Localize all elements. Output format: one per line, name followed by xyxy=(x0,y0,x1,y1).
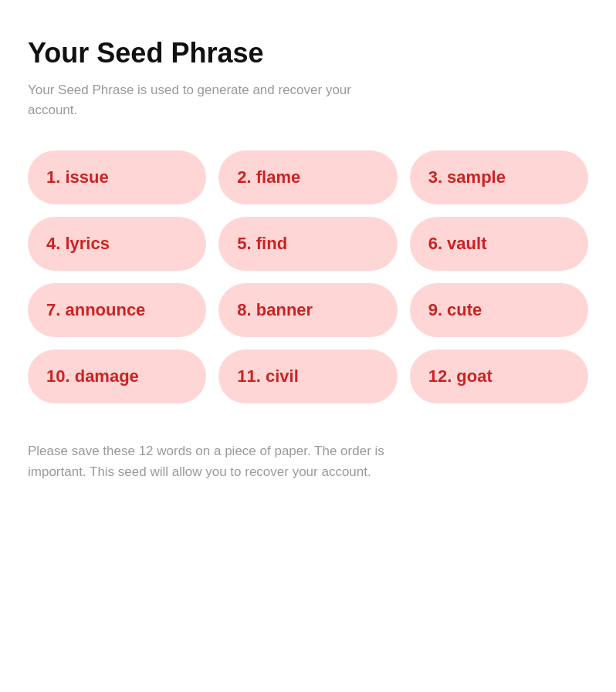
subtitle-text: Your Seed Phrase is used to generate and… xyxy=(28,80,398,120)
seed-word-11: 11. civil xyxy=(218,349,397,403)
seed-word-1: 1. issue xyxy=(28,150,206,204)
seed-word-5: 5. find xyxy=(218,217,397,271)
seed-word-4: 4. lyrics xyxy=(28,217,206,271)
seed-word-12: 12. goat xyxy=(410,349,588,403)
seed-phrase-grid: 1. issue2. flame3. sample4. lyrics5. fin… xyxy=(28,150,588,403)
page-title: Your Seed Phrase xyxy=(28,37,588,69)
seed-word-10: 10. damage xyxy=(28,349,206,403)
seed-word-2: 2. flame xyxy=(218,150,397,204)
seed-word-9: 9. cute xyxy=(410,283,588,337)
seed-word-8: 8. banner xyxy=(218,283,397,337)
seed-word-3: 3. sample xyxy=(410,150,588,204)
seed-word-6: 6. vault xyxy=(410,217,588,271)
footer-text: Please save these 12 words on a piece of… xyxy=(28,441,429,482)
seed-word-7: 7. announce xyxy=(28,283,206,337)
